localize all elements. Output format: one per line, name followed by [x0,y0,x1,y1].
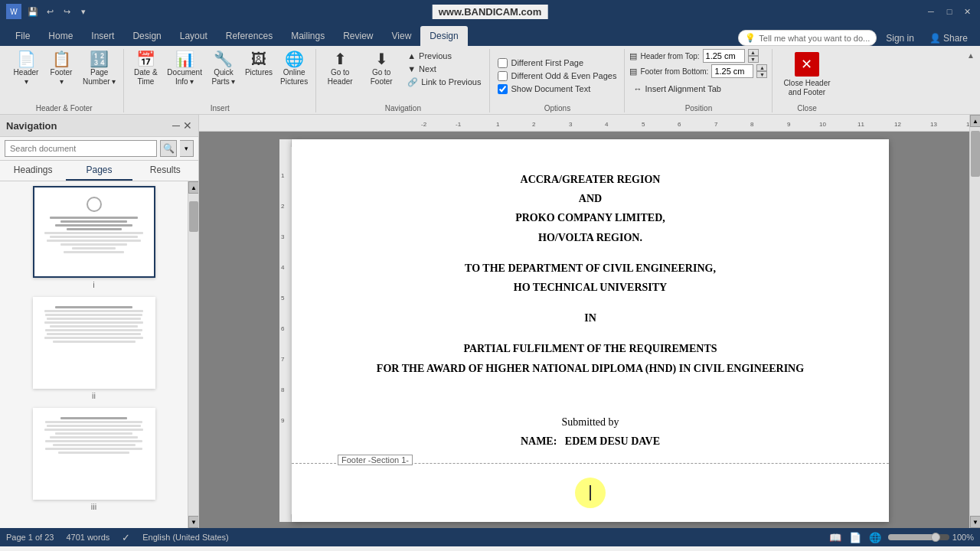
cursor-area [338,470,843,516]
scroll-thumb[interactable] [189,201,198,232]
thumb-line [44,310,144,312]
print-layout-icon[interactable]: 📄 [848,530,862,544]
go-to-footer-button[interactable]: ⬇ Go toFooter [362,49,400,89]
footer-from-bottom-input[interactable] [711,64,753,78]
footer-spin-up[interactable]: ▲ [756,64,767,71]
redo-icon[interactable]: ↪ [60,5,74,18]
show-document-text-input[interactable] [498,84,508,94]
page-thumb-3[interactable]: iii [5,408,183,511]
close-button[interactable]: ✕ [962,5,974,18]
tell-me-text: Tell me what you want to do... [759,34,870,43]
close-x-icon: ✕ [795,52,819,77]
tab-layout[interactable]: Layout [171,26,217,46]
read-mode-icon[interactable]: 📖 [828,530,842,544]
page-thumb-1[interactable]: i [5,186,183,289]
nav-close-button[interactable]: ✕ [183,119,192,132]
different-first-page-input[interactable] [498,58,508,68]
pictures-button[interactable]: 🖼 Pictures [242,49,276,80]
tab-mailings[interactable]: Mailings [282,26,334,46]
maximize-button[interactable]: □ [943,5,956,18]
next-button[interactable]: ▼ Next [403,63,485,75]
header-from-top-input[interactable] [703,49,745,63]
navigation-panel-header: Navigation ─ ✕ [0,115,198,137]
tab-results[interactable]: Results [132,161,198,181]
footer-from-bottom-label: Footer from Bottom: [640,67,708,76]
tell-me-input[interactable]: 💡 Tell me what you want to do... [738,30,877,46]
date-time-button[interactable]: 📅 Date &Time [129,49,162,89]
pictures-label: Pictures [245,68,273,77]
customize-icon[interactable]: ▾ [77,5,90,18]
tab-home[interactable]: Home [39,26,82,46]
page-thumb-2[interactable]: ii [5,297,183,400]
footer-button[interactable]: 📋 Footer▾ [44,49,78,89]
nav-scrollbar[interactable]: ▲ ▼ [188,181,198,528]
nav-pin-button[interactable]: ─ [172,119,180,132]
online-pictures-button[interactable]: 🌐 OnlinePictures [277,49,311,89]
zoom-thumb[interactable] [931,533,940,542]
zoom-level: 100% [952,533,974,542]
page-number-button[interactable]: 🔢 PageNumber ▾ [80,49,119,89]
navigation-tabs: Headings Pages Results [0,161,198,181]
web-layout-icon[interactable]: 🌐 [868,530,882,544]
header-spin-down[interactable]: ▼ [748,56,759,63]
previous-button[interactable]: ▲ Previous [403,50,485,62]
page-num-2: ii [92,391,96,400]
tab-pages[interactable]: Pages [66,161,132,181]
doc-line-1: ACCRA/GREATER REGION [338,170,843,189]
document-page[interactable]: ACCRA/GREATER REGION AND PROKO COMPANY L… [292,139,889,522]
minimize-button[interactable]: ─ [925,5,937,18]
nav-header-buttons: ─ ✕ [172,119,192,132]
tab-references[interactable]: References [217,26,282,46]
thumb-line [45,440,142,442]
main-scroll-down[interactable]: ▼ [970,516,980,528]
spell-check-icon[interactable]: ✓ [122,532,130,543]
scroll-down-button[interactable]: ▼ [188,516,198,528]
main-scrollbar[interactable]: ▲ ▼ [969,115,980,528]
svg-text:6: 6 [281,325,285,332]
scroll-up-button[interactable]: ▲ [188,181,198,194]
document-info-icon: 📊 [175,51,194,67]
tab-view[interactable]: View [383,26,421,46]
sign-in-button[interactable]: Sign in [880,31,920,45]
svg-text:1: 1 [496,121,500,128]
thumb-line [47,318,140,320]
footer-spin-down[interactable]: ▼ [756,71,767,78]
document-info-button[interactable]: 📊 DocumentInfo ▾ [164,49,205,89]
search-dropdown-button[interactable]: ▾ [180,140,194,157]
thumb-line [44,337,144,339]
thumb-line [55,306,132,308]
tab-insert[interactable]: Insert [82,26,123,46]
different-first-page-checkbox[interactable]: Different First Page [495,57,619,69]
share-button[interactable]: 👤 Share [923,31,974,45]
link-to-previous-button[interactable]: 🔗 Link to Previous [403,76,485,89]
tab-headings[interactable]: Headings [0,161,66,181]
main-scroll-thumb[interactable] [971,131,980,177]
header-spin-up[interactable]: ▲ [748,49,759,56]
different-odd-even-input[interactable] [498,71,508,81]
tab-design-page[interactable]: Design [123,26,170,46]
main-scroll-up[interactable]: ▲ [970,115,980,127]
tab-review[interactable]: Review [334,26,382,46]
date-time-icon: 📅 [136,51,155,67]
different-odd-even-checkbox[interactable]: Different Odd & Even Pages [495,70,619,82]
footer-section[interactable]: Footer -Section 1- [292,463,889,522]
tab-design-active[interactable]: Design [420,26,467,46]
thumb-circle [87,197,102,212]
go-to-header-button[interactable]: ⬆ Go toHeader [321,49,359,89]
close-header-footer-button[interactable]: ✕ Close Headerand Footer [777,49,836,100]
insert-alignment-tab-button[interactable]: ↔ Insert Alignment Tab [629,83,767,95]
header-button[interactable]: 📄 Header▾ [9,49,43,89]
search-button[interactable]: 🔍 [160,140,177,157]
tab-file[interactable]: File [6,26,39,46]
quick-parts-button[interactable]: 🔧 QuickParts ▾ [207,49,240,89]
undo-icon[interactable]: ↩ [43,5,57,18]
show-document-text-checkbox[interactable]: Show Document Text [495,83,619,95]
save-icon[interactable]: 💾 [26,5,40,18]
ribbon-collapse-button[interactable]: ▲ [965,49,977,61]
svg-text:-1: -1 [456,121,462,128]
language[interactable]: English (United States) [142,533,229,542]
search-input[interactable] [5,140,157,157]
zoom-slider[interactable] [888,534,949,540]
doc-scroll-area[interactable]: 1 2 3 4 5 6 7 8 9 [199,132,969,528]
svg-text:7: 7 [281,356,285,363]
